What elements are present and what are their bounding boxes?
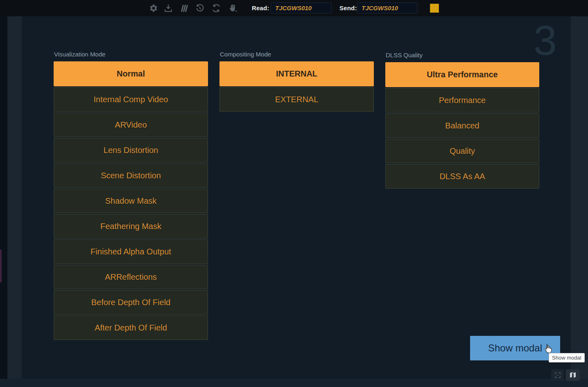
- option-balanced[interactable]: Balanced: [385, 113, 539, 138]
- map-icon: [569, 371, 577, 379]
- option-internal[interactable]: INTERNAL: [219, 61, 374, 86]
- read-label: Read:: [252, 4, 269, 11]
- video-artifact: [0, 250, 2, 282]
- option-arreflections[interactable]: ARReflections: [54, 265, 208, 289]
- show-modal-tooltip: Show modal: [549, 353, 585, 362]
- option-quality[interactable]: Quality: [385, 139, 539, 163]
- compositing-mode-options: INTERNALEXTERNAL: [219, 61, 374, 112]
- read-input[interactable]: [271, 2, 332, 14]
- history-restore-icon[interactable]: [195, 3, 205, 13]
- bottom-band: [0, 379, 588, 387]
- option-performance[interactable]: Performance: [385, 88, 539, 112]
- top-toolbar: Read: Send:: [0, 0, 588, 16]
- visualization-mode-options: NormalInternal Comp VideoARVideoLens Dis…: [54, 61, 208, 340]
- option-finished-alpha-output[interactable]: Finished Alpha Output: [54, 239, 208, 264]
- option-before-depth-of-field[interactable]: Before Depth Of Field: [54, 290, 208, 315]
- fullscreen-icon: [554, 371, 561, 379]
- option-after-depth-of-field[interactable]: After Depth Of Field: [54, 315, 208, 340]
- library-columns-icon[interactable]: [179, 3, 189, 13]
- show-modal-button[interactable]: Show modal: [470, 336, 560, 360]
- fullscreen-toggle-button[interactable]: [551, 369, 564, 381]
- option-feathering-mask[interactable]: Feathering Mask: [54, 214, 208, 239]
- dlss-quality-title: DLSS Quality: [386, 52, 539, 59]
- dlss-quality-group: DLSS Quality Ultra PerformancePerformanc…: [385, 52, 539, 189]
- import-download-icon[interactable]: [163, 3, 173, 13]
- compositing-mode-title: Compositing Mode: [220, 51, 374, 58]
- option-dlss-as-aa[interactable]: DLSS As AA: [385, 164, 539, 189]
- left-edge-strip: [0, 16, 7, 379]
- send-input[interactable]: [357, 2, 418, 14]
- option-normal[interactable]: Normal: [54, 61, 208, 86]
- option-shadow-mask[interactable]: Shadow Mask: [54, 189, 208, 213]
- option-arvideo[interactable]: ARVideo: [54, 112, 208, 137]
- option-ultra-performance[interactable]: Ultra Performance: [385, 62, 539, 87]
- option-lens-distortion[interactable]: Lens Distortion: [54, 138, 208, 162]
- option-scene-distortion[interactable]: Scene Distortion: [54, 163, 208, 188]
- status-color-swatch[interactable]: [430, 4, 439, 13]
- refresh-sync-icon[interactable]: [211, 3, 221, 13]
- send-label: Send:: [339, 4, 357, 11]
- dlss-quality-options: Ultra PerformancePerformanceBalancedQual…: [385, 62, 539, 189]
- visualization-mode-title: Visualization Mode: [54, 51, 208, 58]
- option-internal-comp-video[interactable]: Internal Comp Video: [54, 87, 208, 112]
- visualization-mode-group: Visualization Mode NormalInternal Comp V…: [54, 51, 208, 341]
- map-toggle-button[interactable]: [566, 369, 580, 381]
- hand-pan-add-icon[interactable]: [228, 3, 237, 13]
- settings-gear-icon[interactable]: [148, 3, 158, 13]
- compositing-mode-group: Compositing Mode INTERNALEXTERNAL: [219, 51, 374, 112]
- option-external[interactable]: EXTERNAL: [219, 87, 374, 112]
